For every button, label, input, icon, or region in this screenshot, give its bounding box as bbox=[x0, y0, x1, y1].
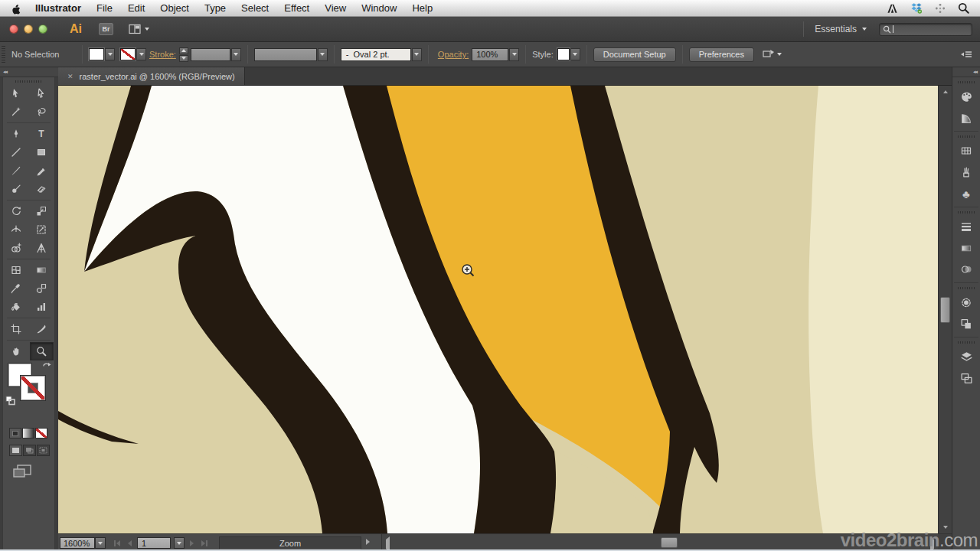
eraser-tool[interactable] bbox=[30, 180, 54, 198]
menu-file[interactable]: File bbox=[89, 0, 120, 17]
vertical-scroll-thumb[interactable] bbox=[940, 297, 950, 323]
panel-grip[interactable] bbox=[958, 287, 975, 289]
stroke-weight-stepper[interactable] bbox=[179, 47, 188, 62]
opacity-field[interactable]: 100% bbox=[472, 48, 508, 61]
type-tool[interactable]: T bbox=[30, 125, 54, 143]
launch-bridge-button[interactable]: Br bbox=[99, 23, 113, 35]
artboard-number-field[interactable]: 1 bbox=[137, 537, 171, 549]
scale-tool[interactable] bbox=[30, 202, 54, 220]
mesh-tool[interactable] bbox=[5, 261, 28, 279]
panel-menu-icon[interactable] bbox=[960, 50, 972, 59]
panel-grip[interactable] bbox=[958, 341, 975, 344]
width-profile-dropdown[interactable] bbox=[318, 48, 328, 61]
screen-mode-button[interactable] bbox=[12, 464, 54, 481]
panel-button-gradient[interactable] bbox=[952, 237, 980, 259]
stroke-dropdown-button[interactable] bbox=[136, 48, 146, 60]
panel-button-color[interactable] bbox=[952, 86, 980, 107]
scroll-left-button[interactable] bbox=[386, 540, 390, 549]
panel-grip[interactable] bbox=[958, 135, 975, 138]
apple-menu[interactable] bbox=[0, 2, 28, 15]
menu-view[interactable]: View bbox=[317, 0, 354, 17]
blend-tool[interactable] bbox=[30, 279, 54, 298]
rectangle-tool[interactable] bbox=[30, 143, 54, 161]
lasso-tool[interactable] bbox=[30, 103, 54, 121]
toolbar-collapse-button[interactable]: ◂◂ bbox=[0, 67, 58, 77]
none-button[interactable] bbox=[35, 428, 47, 439]
step-up-button[interactable] bbox=[179, 47, 188, 54]
zoom-window-button[interactable] bbox=[38, 24, 47, 34]
document-tab[interactable]: ✕ raster_vector.ai @ 1600% (RGB/Preview) bbox=[58, 67, 245, 85]
panel-grip[interactable] bbox=[15, 80, 42, 83]
column-graph-tool[interactable] bbox=[30, 298, 54, 316]
draw-normal-button[interactable] bbox=[9, 445, 22, 456]
default-fill-stroke-icon[interactable] bbox=[5, 396, 16, 406]
selection-tool[interactable] bbox=[5, 84, 28, 103]
width-tool[interactable] bbox=[5, 220, 28, 239]
width-profile-field[interactable] bbox=[254, 48, 317, 61]
dropbox-icon[interactable] bbox=[910, 2, 923, 14]
menu-type[interactable]: Type bbox=[197, 0, 234, 17]
pen-tool[interactable] bbox=[5, 125, 28, 143]
adobe-icon[interactable] bbox=[887, 3, 898, 14]
status-menu-arrow[interactable] bbox=[366, 539, 370, 545]
scroll-up-button[interactable] bbox=[939, 86, 952, 98]
dock-collapse-button[interactable]: ◂◂ bbox=[952, 67, 980, 77]
gradient-tool[interactable] bbox=[30, 261, 54, 279]
dots-cluster-icon[interactable] bbox=[935, 3, 946, 14]
free-transform-tool[interactable] bbox=[30, 220, 54, 239]
panel-button-layers[interactable] bbox=[952, 346, 980, 367]
shape-builder-tool[interactable] bbox=[5, 239, 28, 257]
arrange-icon[interactable] bbox=[762, 48, 777, 60]
stroke-weight-field[interactable] bbox=[191, 48, 230, 61]
style-swatch[interactable] bbox=[557, 48, 570, 60]
artboard-tool[interactable] bbox=[5, 320, 28, 338]
panel-button-stroke[interactable] bbox=[952, 216, 980, 237]
fill-dropdown-button[interactable] bbox=[105, 48, 115, 60]
brush-definition-field[interactable]: - Oval 2 pt. bbox=[341, 48, 411, 61]
minimize-window-button[interactable] bbox=[24, 24, 33, 34]
swap-fill-stroke-icon[interactable] bbox=[42, 362, 52, 371]
magic-wand-tool[interactable] bbox=[5, 103, 28, 121]
document-setup-button[interactable]: Document Setup bbox=[593, 47, 676, 62]
menu-object[interactable]: Object bbox=[152, 0, 197, 17]
preferences-button[interactable]: Preferences bbox=[689, 47, 754, 62]
live-paint-bucket-tool[interactable] bbox=[5, 298, 28, 316]
zoom-level-field[interactable]: 1600% bbox=[60, 537, 95, 549]
panel-grip[interactable] bbox=[958, 81, 975, 83]
paintbrush-tool[interactable] bbox=[5, 161, 28, 180]
opacity-dropdown[interactable] bbox=[509, 48, 519, 61]
panel-button-swatches[interactable] bbox=[952, 140, 980, 161]
spotlight-icon[interactable] bbox=[958, 2, 969, 14]
color-button[interactable] bbox=[9, 428, 21, 439]
app-search-input[interactable] bbox=[893, 24, 969, 34]
blob-brush-tool[interactable] bbox=[5, 180, 28, 198]
last-artboard-button[interactable] bbox=[199, 537, 210, 549]
direct-selection-tool[interactable] bbox=[30, 84, 54, 103]
stroke-panel-link[interactable]: Stroke: bbox=[149, 50, 176, 59]
line-segment-tool[interactable] bbox=[5, 143, 28, 161]
app-search-field[interactable] bbox=[879, 23, 972, 36]
draw-inside-button[interactable] bbox=[37, 445, 50, 456]
panel-button-color-guide[interactable] bbox=[952, 107, 980, 129]
fill-color-swatch[interactable] bbox=[89, 48, 104, 60]
slice-tool[interactable] bbox=[30, 320, 54, 338]
status-display[interactable]: Zoom bbox=[219, 536, 361, 549]
arrange-documents-button[interactable] bbox=[129, 24, 149, 34]
panel-button-transparency[interactable] bbox=[952, 259, 980, 280]
menu-app-name[interactable]: Illustrator bbox=[28, 0, 89, 17]
gradient-button[interactable] bbox=[22, 428, 34, 439]
perspective-grid-tool[interactable] bbox=[30, 239, 54, 257]
panel-button-brushes[interactable] bbox=[952, 161, 980, 183]
brush-dropdown[interactable] bbox=[412, 48, 422, 61]
opacity-panel-link[interactable]: Opacity: bbox=[438, 50, 469, 59]
stroke-weight-dropdown[interactable] bbox=[231, 48, 241, 61]
close-window-button[interactable] bbox=[9, 24, 18, 34]
workspace-switcher[interactable]: Essentials bbox=[815, 24, 867, 34]
style-dropdown[interactable] bbox=[570, 48, 580, 60]
panel-button-symbols[interactable]: ♣ bbox=[952, 183, 980, 204]
menu-select[interactable]: Select bbox=[234, 0, 276, 17]
chevron-down-icon[interactable] bbox=[777, 53, 782, 56]
stroke-proxy[interactable] bbox=[21, 376, 45, 400]
draw-behind-button[interactable] bbox=[23, 445, 36, 456]
first-artboard-button[interactable] bbox=[112, 537, 122, 549]
